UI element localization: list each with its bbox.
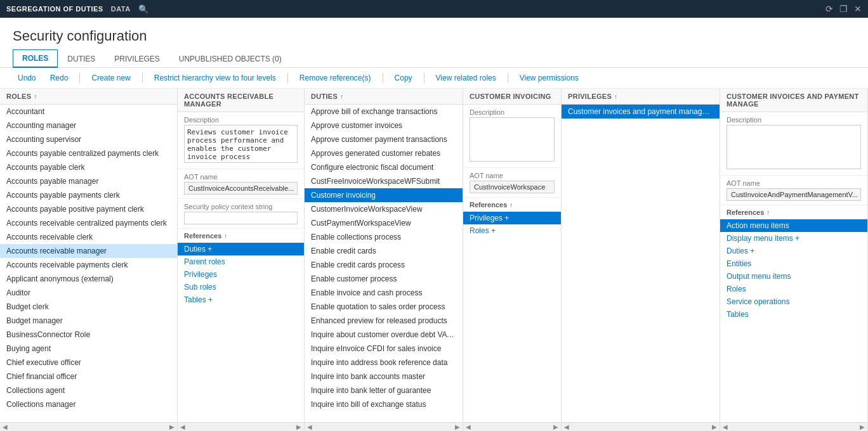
roles-list-item[interactable]: Collections manager [0, 397, 177, 411]
roles-list-item[interactable]: Buying agent [0, 342, 177, 356]
duties-list-item[interactable]: Enable quotation to sales order process [305, 300, 463, 314]
ci-scroll-bar[interactable]: ◀▶ [463, 422, 561, 431]
view-permissions-button[interactable]: View permissions [515, 72, 584, 84]
roles-list-item[interactable]: Accounts receivable manager [0, 244, 177, 258]
ar-description-textarea[interactable] [184, 125, 298, 163]
duties-list-item[interactable]: CustFreeInvoiceWorkspaceWFSubmit [305, 174, 463, 188]
ci-description-textarea[interactable] [470, 117, 555, 162]
roles-list-item[interactable]: Accounting manager [0, 119, 177, 132]
duties-list-item[interactable]: Inquire eInvoice CFDI for sales invoice [305, 342, 463, 356]
roles-list-item[interactable]: Accounts receivable centralized payments… [0, 216, 177, 230]
tab-unpublished[interactable]: UNPUBLISHED OBJECTS (0) [169, 50, 291, 67]
roles-list-item[interactable]: Chief financial officer [0, 370, 177, 383]
ar-ref-item[interactable]: Parent roles [178, 255, 304, 268]
privileges-scroll-bar[interactable]: ◀▶ [562, 422, 720, 431]
ci-references-sort-icon[interactable] [510, 201, 513, 209]
duties-list-item[interactable]: Enhanced preview for released products [305, 314, 463, 328]
pm-ref-item[interactable]: Tables [720, 308, 867, 321]
duties-list-item[interactable]: Enable credit cards process [305, 258, 463, 272]
copy-button[interactable]: Copy [390, 72, 418, 84]
duties-list-item[interactable]: Approve customer invoices [305, 119, 463, 132]
roles-list-item[interactable]: Budget manager [0, 314, 177, 328]
duties-panel-header: Duties [305, 89, 463, 105]
privileges-list[interactable]: Customer invoices and payment management [562, 105, 720, 422]
duties-sort-icon[interactable] [340, 93, 343, 100]
restrict-hierarchy-button[interactable]: Restrict hierarchy view to four levels [149, 72, 281, 84]
duties-list-item[interactable]: Enable invoice and cash process [305, 286, 463, 300]
restore-icon[interactable]: ❐ [839, 4, 848, 14]
duties-list-item[interactable]: Approve customer payment transactions [305, 132, 463, 146]
roles-list-item[interactable]: Accounts receivable payments clerk [0, 258, 177, 272]
roles-list-item[interactable]: Applicant anonymous (external) [0, 272, 177, 286]
roles-list-item[interactable]: Accounting supervisor [0, 132, 177, 146]
duties-list-item[interactable]: Approves generated customer rebates [305, 146, 463, 160]
duties-list-item[interactable]: Approve bill of exchange transactions [305, 105, 463, 119]
duties-list-item[interactable]: Enable customer process [305, 272, 463, 286]
roles-list-item[interactable]: Accounts payable manager [0, 174, 177, 188]
ci-ref-item[interactable]: Roles + [463, 224, 561, 237]
roles-sort-icon[interactable] [34, 93, 37, 100]
ar-ref-item[interactable]: Sub roles [178, 281, 304, 293]
roles-list-item[interactable]: Accounts payable payments clerk [0, 188, 177, 202]
duties-list-item[interactable]: Inquire into bank letter of guarantee [305, 383, 463, 397]
roles-header-label: Roles [6, 93, 31, 100]
ar-ref-item[interactable]: Privileges [178, 268, 304, 281]
roles-list[interactable]: AccountantAccounting managerAccounting s… [0, 105, 177, 422]
roles-list-item[interactable]: Chief executive officer [0, 356, 177, 370]
pm-ref-item[interactable]: Duties + [720, 245, 867, 257]
tab-roles[interactable]: ROLES [13, 49, 58, 68]
duties-list-item[interactable]: Inquire into address book reference data [305, 356, 463, 370]
pm-ref-item[interactable]: Entities [720, 257, 867, 270]
roles-list-item[interactable]: BusinessConnector Role [0, 328, 177, 342]
menu-label[interactable]: DATA [111, 5, 131, 13]
redo-button[interactable]: Redo [45, 72, 74, 84]
pm-ref-item[interactable]: Output menu items [720, 270, 867, 283]
view-related-roles-button[interactable]: View related roles [431, 72, 501, 84]
duties-list-item[interactable]: Enable credit cards [305, 244, 463, 258]
undo-button[interactable]: Undo [13, 72, 41, 84]
roles-list-item[interactable]: Accounts payable centralized payments cl… [0, 146, 177, 160]
pm-description-textarea[interactable] [727, 125, 861, 169]
close-icon[interactable]: ✕ [854, 4, 862, 14]
duties-list-item[interactable]: Configure electronic fiscal document [305, 160, 463, 174]
pm-ref-item[interactable]: Action menu items [720, 219, 867, 232]
duties-list-item[interactable]: CustomerInvoiceWorkspaceView [305, 202, 463, 216]
pm-references-sort-icon[interactable] [766, 209, 770, 216]
duties-list[interactable]: Approve bill of exchange transactionsApp… [305, 105, 463, 422]
duties-list-item[interactable]: Inquire into bill of exchange status [305, 397, 463, 411]
roles-list-item[interactable]: Accountant [0, 105, 177, 119]
tab-duties[interactable]: DUTIES [58, 50, 105, 67]
roles-list-item[interactable]: Accounts payable positive payment clerk [0, 202, 177, 216]
roles-list-item[interactable]: Collections agent [0, 383, 177, 397]
ar-ref-item[interactable]: Duties + [178, 243, 304, 255]
roles-scroll-bar[interactable]: ◀▶ [0, 422, 177, 431]
duties-list-item[interactable]: Inquire into bank accounts master [305, 370, 463, 383]
roles-list-item[interactable]: Auditor [0, 286, 177, 300]
duties-scroll-bar[interactable]: ◀▶ [305, 422, 463, 431]
duties-list-item[interactable]: Inquire about customer overdue debt VAT … [305, 328, 463, 342]
create-new-button[interactable]: Create new [86, 72, 135, 84]
ar-security-input[interactable] [184, 212, 298, 224]
roles-list-item[interactable]: Accounts payable clerk [0, 160, 177, 174]
ci-ref-item[interactable]: Privileges + [463, 212, 561, 224]
ar-ref-item[interactable]: Tables + [178, 293, 304, 306]
search-icon[interactable]: 🔍 [138, 4, 149, 14]
pm-ref-item[interactable]: Display menu items + [720, 232, 867, 245]
duties-list-item[interactable]: CustPaymentWorkspaceView [305, 216, 463, 230]
ar-references-sort-icon[interactable] [224, 232, 227, 240]
tab-privileges[interactable]: PRIVILEGES [105, 50, 169, 67]
pm-scroll-bar[interactable]: ◀▶ [720, 422, 867, 431]
privileges-sort-icon[interactable] [614, 93, 617, 100]
privileges-list-item[interactable]: Customer invoices and payment management [562, 105, 720, 119]
roles-list-item[interactable]: Budget clerk [0, 300, 177, 314]
ar-scroll-bar[interactable]: ◀▶ [178, 422, 304, 431]
ar-references-header: References [178, 229, 304, 243]
duties-list-item[interactable]: Enable collections process [305, 230, 463, 244]
pm-ref-item[interactable]: Roles [720, 283, 867, 295]
remove-references-button[interactable]: Remove reference(s) [294, 72, 376, 84]
refresh-icon[interactable]: ⟳ [825, 4, 833, 14]
roles-list-item[interactable]: Accounts receivable clerk [0, 230, 177, 244]
customer-invoicing-header: CUSTOMER INVOICING [463, 89, 561, 105]
pm-ref-item[interactable]: Service operations [720, 295, 867, 308]
duties-list-item[interactable]: Customer invoicing [305, 188, 463, 202]
